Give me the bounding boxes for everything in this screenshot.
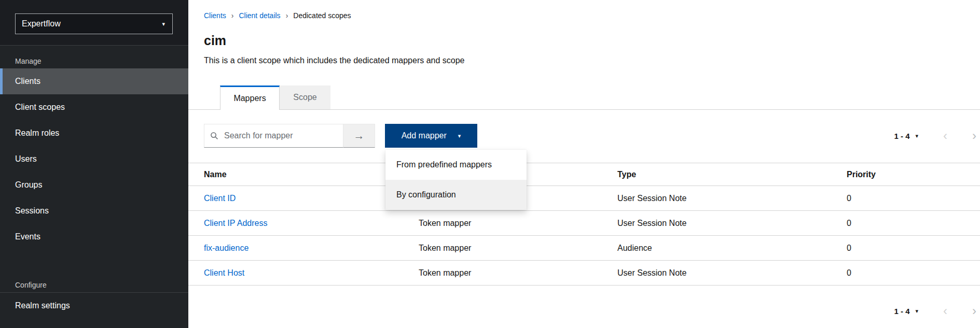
kebab-menu-icon[interactable]: ⋮: [975, 192, 980, 204]
sidebar-item-realm-roles[interactable]: Realm roles: [0, 120, 188, 146]
mapper-link[interactable]: Client ID: [204, 194, 236, 203]
previous-page-button[interactable]: ‹: [943, 130, 947, 142]
nav-spacer: [0, 250, 188, 278]
add-mapper-label: Add mapper: [402, 131, 447, 140]
caret-down-icon: ▾: [458, 133, 461, 139]
caret-down-icon[interactable]: ▾: [915, 308, 918, 315]
table-row: Client IP Address Token mapper User Sess…: [188, 211, 980, 236]
breadcrumb-separator-icon: ›: [231, 11, 234, 20]
search-input[interactable]: [204, 124, 343, 148]
menu-item-from-predefined-mappers[interactable]: From predefined mappers: [385, 150, 527, 180]
page-title: cim: [204, 33, 226, 48]
breadcrumb-clients[interactable]: Clients: [204, 11, 226, 20]
next-page-button[interactable]: ›: [972, 305, 976, 317]
breadcrumb-separator-icon: ›: [286, 11, 288, 20]
toolbar: → Add mapper ▾: [204, 124, 477, 148]
realm-name: Expertflow: [22, 19, 61, 28]
mapper-priority: 0: [847, 194, 975, 203]
nav-group-configure: Configure: [0, 278, 188, 292]
kebab-menu-icon[interactable]: ⋮: [975, 217, 980, 229]
table-row: Client ID Token mapper User Session Note…: [188, 186, 980, 211]
table-row: fix-audience Token mapper Audience 0 ⋮: [188, 236, 980, 261]
menu-item-by-configuration[interactable]: By configuration: [385, 180, 527, 210]
mapper-priority: 0: [847, 268, 975, 278]
nav-group-manage: Manage: [0, 54, 188, 68]
caret-down-icon[interactable]: ▾: [915, 133, 918, 139]
column-header-name: Name: [188, 170, 419, 179]
tab-scope[interactable]: Scope: [280, 85, 330, 109]
sidebar-item-client-scopes[interactable]: Client scopes: [0, 94, 188, 120]
mapper-type: Audience: [617, 244, 847, 253]
mapper-link[interactable]: Client Host: [204, 268, 244, 277]
tab-mappers[interactable]: Mappers: [220, 85, 280, 110]
breadcrumb: Clients › Client details › Dedicated sco…: [204, 11, 351, 20]
mapper-category: Token mapper: [419, 268, 617, 278]
mapper-type: User Session Note: [617, 219, 847, 228]
kebab-menu-icon[interactable]: ⋮: [975, 242, 980, 254]
sidebar-item-groups[interactable]: Groups: [0, 172, 188, 198]
mapper-link[interactable]: fix-audience: [204, 244, 249, 252]
search-icon: [210, 132, 218, 140]
sidebar-item-events[interactable]: Events: [0, 224, 188, 250]
kebab-menu-icon[interactable]: ⋮: [975, 267, 980, 279]
sidebar-item-users[interactable]: Users: [0, 146, 188, 172]
main-content: Clients › Client details › Dedicated sco…: [188, 0, 980, 328]
mapper-link[interactable]: Client IP Address: [204, 219, 267, 227]
column-header-priority: Priority: [847, 170, 975, 179]
realm-switcher[interactable]: Expertflow ▾: [15, 13, 173, 34]
table-row: Client Host Token mapper User Session No…: [188, 261, 980, 286]
caret-down-icon: ▾: [162, 21, 165, 27]
mapper-priority: 0: [847, 219, 975, 228]
sidebar-item-clients[interactable]: Clients: [0, 68, 188, 94]
mapper-priority: 0: [847, 244, 975, 253]
search-submit-button[interactable]: →: [343, 124, 375, 148]
previous-page-button[interactable]: ‹: [943, 305, 947, 317]
search-group: →: [204, 124, 375, 148]
add-mapper-dropdown-menu: From predefined mappers By configuration: [385, 150, 527, 210]
mapper-type: User Session Note: [617, 268, 847, 278]
next-page-button[interactable]: ›: [972, 130, 976, 142]
sidebar-nav: Manage Clients Client scopes Realm roles…: [0, 46, 188, 319]
sidebar-item-sessions[interactable]: Sessions: [0, 198, 188, 224]
page-subtitle: This is a client scope which includes th…: [204, 56, 465, 65]
column-header-type: Type: [617, 170, 847, 179]
add-mapper-button[interactable]: Add mapper ▾: [385, 124, 477, 148]
mapper-type: User Session Note: [617, 194, 847, 203]
breadcrumb-client-details[interactable]: Client details: [239, 11, 280, 20]
tab-strip: Mappers Scope: [188, 85, 980, 110]
mapper-category: Token mapper: [419, 244, 617, 253]
mappers-table: Name Type Priority Client ID Token mappe…: [188, 163, 980, 286]
pagination-top: 1 - 4 ▾ ‹ ›: [894, 124, 980, 148]
table-header-row: Name Type Priority: [188, 163, 980, 186]
mapper-category: Token mapper: [419, 219, 617, 228]
arrow-right-icon: →: [354, 130, 365, 142]
sidebar-item-realm-settings[interactable]: Realm settings: [0, 293, 188, 319]
pagination-range: 1 - 4: [894, 132, 909, 140]
pagination-bottom: 1 - 4 ▾ ‹ ›: [894, 299, 980, 323]
pagination-range: 1 - 4: [894, 307, 909, 316]
sidebar: Expertflow ▾ Manage Clients Client scope…: [0, 0, 188, 328]
breadcrumb-current: Dedicated scopes: [293, 11, 351, 20]
